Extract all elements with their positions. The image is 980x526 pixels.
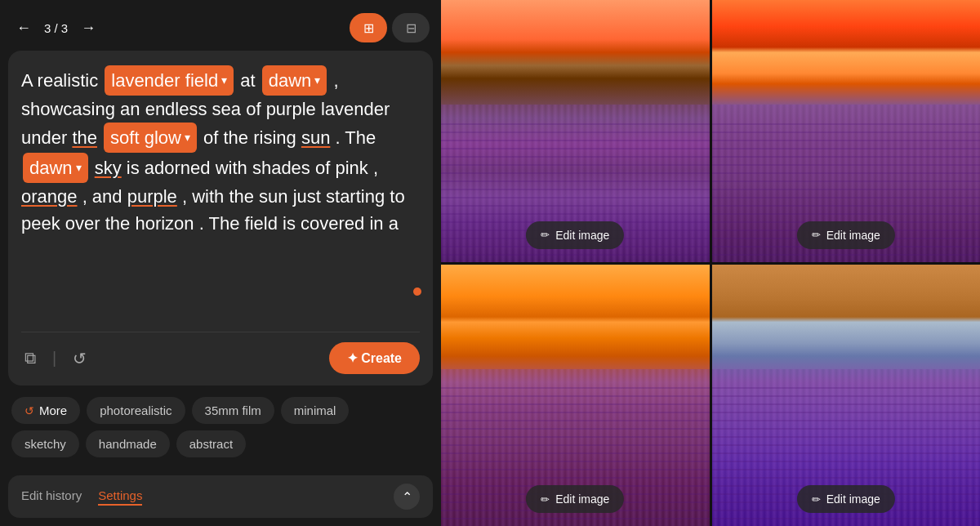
refresh-button[interactable]: ↺ — [69, 345, 90, 372]
list-view-button[interactable]: ⊟ — [392, 13, 430, 42]
edit-image-label-2: Edit image — [826, 229, 880, 242]
back-arrow-button[interactable]: ← — [11, 16, 36, 40]
forward-arrow-button[interactable]: → — [76, 16, 100, 40]
underline-sun: sun — [301, 127, 330, 148]
create-button[interactable]: ✦ Create — [329, 342, 420, 374]
image-cell-4: ✏ Edit image — [712, 265, 981, 527]
image-cell-3: ✏ Edit image — [441, 265, 710, 527]
chip-soft-glow[interactable]: soft glow ▾ — [104, 123, 197, 153]
style-abstract[interactable]: abstract — [176, 430, 246, 457]
style-row-1: ↺ More photorealistic 35mm film minimal — [11, 397, 430, 424]
bottom-tabs: Edit history Settings ⌃ — [8, 475, 433, 518]
edit-image-button-2[interactable]: ✏ Edit image — [797, 221, 895, 249]
style-handmade[interactable]: handmade — [86, 430, 170, 457]
tab-expand-button[interactable]: ⌃ — [394, 484, 420, 510]
style-photorealistic[interactable]: photorealistic — [87, 397, 185, 424]
underline-purple: purple — [127, 186, 177, 207]
nav-counter: 3 / 3 — [44, 21, 68, 35]
more-label: More — [39, 403, 67, 417]
pencil-icon-2: ✏ — [812, 229, 821, 241]
chip-lavender-field[interactable]: lavender field ▾ — [105, 65, 234, 96]
style-row-2: sketchy handmade abstract — [11, 430, 430, 457]
style-section: ↺ More photorealistic 35mm film minimal … — [8, 386, 433, 470]
prompt-box[interactable]: A realistic lavender field ▾ at dawn ▾ ,… — [8, 51, 433, 386]
pencil-icon-1: ✏ — [541, 229, 550, 241]
style-minimal[interactable]: minimal — [281, 397, 350, 424]
nav-left: ← 3 / 3 → — [11, 16, 100, 40]
copy-button[interactable]: ⧉ — [21, 345, 39, 371]
action-icons: ⧉ | ↺ — [21, 345, 90, 372]
edit-image-label-4: Edit image — [826, 493, 880, 506]
underline-sky: sky — [95, 158, 122, 178]
chip-dawn-2[interactable]: dawn ▾ — [23, 153, 88, 183]
image-grid: ✏ Edit image ✏ Edit image ✏ Edit image ✏… — [441, 0, 980, 526]
tabs-left: Edit history Settings — [21, 488, 142, 506]
pencil-icon-4: ✏ — [812, 493, 821, 506]
edit-image-button-3[interactable]: ✏ Edit image — [526, 485, 624, 513]
tab-edit-history[interactable]: Edit history — [21, 488, 82, 506]
image-cell-2: ✏ Edit image — [712, 0, 981, 262]
edit-image-label-1: Edit image — [555, 229, 609, 242]
pencil-icon-3: ✏ — [541, 493, 550, 506]
edit-image-button-4[interactable]: ✏ Edit image — [797, 485, 895, 513]
divider: | — [52, 349, 56, 368]
nav-icons: ⊞ ⊟ — [350, 13, 430, 42]
more-styles-button[interactable]: ↺ More — [11, 397, 80, 424]
edit-image-button-1[interactable]: ✏ Edit image — [526, 221, 624, 249]
prompt-actions: ⧉ | ↺ ✦ Create — [21, 332, 420, 374]
top-nav: ← 3 / 3 → ⊞ ⊟ — [8, 8, 433, 51]
underline-the: the — [72, 127, 97, 148]
prompt-text: A realistic lavender field ▾ at dawn ▾ ,… — [21, 65, 420, 325]
more-refresh-icon: ↺ — [24, 404, 34, 417]
style-35mm[interactable]: 35mm film — [192, 397, 274, 424]
underline-orange: orange — [21, 186, 78, 207]
grid-view-button[interactable]: ⊞ — [350, 13, 387, 42]
style-sketchy[interactable]: sketchy — [11, 430, 79, 457]
image-cell-1: ✏ Edit image — [441, 0, 710, 262]
tab-settings[interactable]: Settings — [98, 488, 142, 506]
edit-image-label-3: Edit image — [555, 493, 609, 506]
red-dot-indicator — [413, 288, 421, 296]
left-panel: ← 3 / 3 → ⊞ ⊟ A realistic lavender field… — [0, 0, 441, 526]
chip-dawn-1[interactable]: dawn ▾ — [262, 65, 327, 96]
